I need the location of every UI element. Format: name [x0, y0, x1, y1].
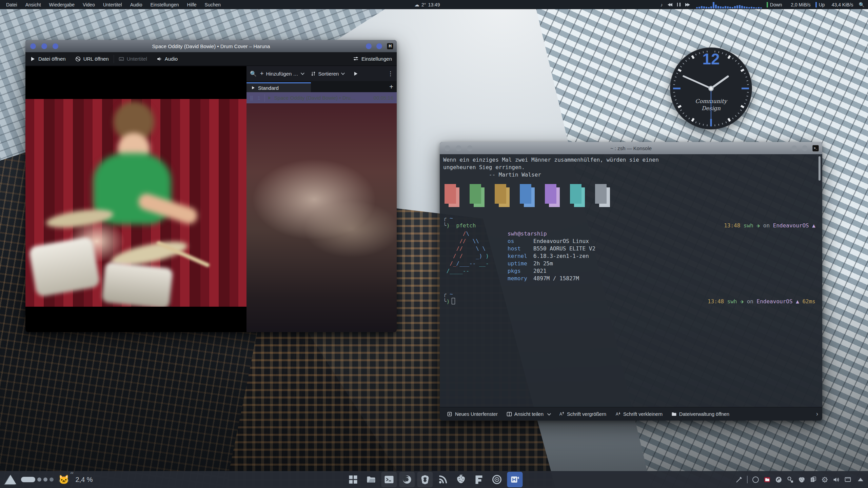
desktop-dot[interactable] [43, 477, 47, 482]
media-disc-icon[interactable] [489, 472, 505, 487]
playlist-add-button[interactable]: + Hinzufügen … [260, 70, 303, 77]
haruna-titlebar[interactable]: Space Oddity (David Bowie) • Drum Cover … [25, 40, 397, 52]
folder-sync-icon[interactable] [764, 476, 771, 483]
font-enlarge-button[interactable]: A Schrift vergrößern [555, 407, 610, 421]
color-picker-icon[interactable] [735, 476, 743, 483]
weather-widget[interactable]: ☁ 2° 13:49 [414, 2, 440, 8]
playlist-play-button[interactable] [353, 71, 358, 76]
zen-browser-icon[interactable] [399, 472, 415, 487]
record-circle-icon[interactable] [752, 476, 759, 483]
color-block-pair [570, 184, 586, 209]
keyboard-gear-icon[interactable]: K [821, 476, 828, 483]
video-frame [25, 99, 246, 307]
scrollbar-thumb[interactable] [818, 156, 821, 181]
subtitles-button[interactable]: Untertitel [114, 52, 152, 66]
playlist-sort-button[interactable]: Sortieren [311, 71, 344, 77]
desktop-dot[interactable] [37, 477, 41, 482]
window-button-2[interactable] [41, 43, 47, 49]
freetube-icon[interactable] [471, 472, 487, 487]
clock-digital[interactable]: 13:49 [428, 2, 440, 7]
analog-clock-widget[interactable]: 12 Community Design [670, 47, 752, 129]
sleeping-cat-cpu-icon[interactable]: 🐱ᶻᶻ [58, 474, 69, 485]
color-block-pair [470, 184, 486, 209]
leaf-icon: ⬗ [740, 298, 744, 305]
window-button-1[interactable] [445, 145, 450, 151]
media-pause-button[interactable] [677, 3, 680, 6]
haruna-taskbar-icon[interactable] [507, 472, 523, 487]
playlist-item-index: 1 [256, 95, 262, 101]
settings-button[interactable]: Einstellungen [348, 52, 397, 66]
endeavouros-ascii-logo: /\ // \\ // \ \ / / _) ) /_/___-- __- /_… [443, 230, 508, 282]
window-button-5[interactable] [376, 43, 382, 49]
window-button-4[interactable] [791, 145, 797, 151]
media-next-button[interactable] [685, 3, 690, 6]
ascii-logo-line: // \\ [443, 238, 508, 245]
audio-button[interactable]: Audio [152, 52, 182, 66]
strawberry-icon[interactable] [453, 472, 469, 487]
strawberry-tray-icon[interactable] [798, 476, 805, 483]
playlist-menu-button[interactable]: ⋮ [388, 70, 393, 77]
open-url-button[interactable]: URL öffnen [71, 52, 114, 66]
syncthing-icon[interactable] [775, 476, 782, 483]
split-view-button[interactable]: Ansicht teilen [503, 407, 553, 421]
terminal-scrollbar[interactable] [818, 156, 821, 405]
konsole-taskbar-icon[interactable] [381, 472, 397, 487]
visualizer-bar [736, 5, 738, 8]
playlist-tab-standard[interactable]: Standard [246, 82, 311, 92]
open-file-manager-button[interactable]: Dateiverwaltung öffnen [668, 407, 733, 421]
window-button-1[interactable] [30, 43, 36, 49]
active-desktop-pill[interactable] [21, 477, 35, 482]
terminal-output[interactable]: Wenn ein einziges Mal zwei Männer zusamm… [440, 154, 822, 407]
search-icon[interactable]: 🔍 [859, 2, 865, 7]
menu-untertitel[interactable]: Untertitel [100, 1, 125, 9]
prompt2-input-row[interactable]: ╰) 13:48 swh ⬗ on EndeavourOS ▲ 62ms [443, 298, 815, 305]
playlist-item-row[interactable]: ⣿ 1 Space Oddity (David Bowie) • Dru… 00… [246, 92, 397, 103]
system-tray: K [735, 476, 865, 483]
file-manager-icon[interactable] [363, 472, 379, 487]
menu-wiedergabe[interactable]: Wiedergabe [46, 1, 78, 9]
window-button-3[interactable] [467, 145, 473, 151]
menu-ansicht[interactable]: Ansicht [22, 1, 44, 9]
virtual-desktop-pager[interactable] [21, 477, 54, 482]
konsole-window-title: ~ : zsh — Konsole [440, 145, 822, 151]
color-block-pair [595, 184, 611, 209]
app-launcher-icon[interactable] [346, 472, 361, 487]
font-shrink-button[interactable]: A Schrift verkleinern [612, 407, 666, 421]
window-button-2[interactable] [456, 145, 461, 151]
volume-icon[interactable] [833, 476, 840, 483]
window-button-5[interactable] [802, 145, 808, 151]
playlist-new-tab-button[interactable]: + [389, 83, 393, 91]
menu-datei[interactable]: Datei [3, 1, 21, 9]
feed-reader-icon[interactable] [435, 472, 451, 487]
pfetch-row: pkgs2021 [508, 267, 595, 275]
desktop-dot[interactable] [50, 477, 54, 482]
media-previous-button[interactable] [668, 3, 672, 6]
playlist-search-button[interactable]: 🔍 [250, 70, 257, 77]
video-canvas[interactable] [25, 66, 246, 332]
drag-handle-icon[interactable]: ⣿ [250, 95, 254, 100]
window-button-4[interactable] [366, 43, 372, 49]
tray-expand-caret[interactable] [858, 478, 863, 481]
konsole-titlebar[interactable]: ~ : zsh — Konsole >_ [440, 142, 822, 154]
net-download[interactable]: Down 2,0 MiB/s [767, 2, 811, 7]
playlist-add-label: Hinzufügen … [266, 71, 298, 77]
new-tab-button[interactable]: Neues Unterfenster [444, 407, 501, 421]
menu-einstellungen[interactable]: Einstellungen [147, 1, 182, 9]
brave-browser-icon[interactable] [417, 472, 433, 487]
menu-hilfe[interactable]: Hilfe [184, 1, 200, 9]
visualizer-bar [760, 7, 762, 8]
window-button-3[interactable] [53, 43, 58, 49]
net-upload[interactable]: Up 43,4 KiB/s [815, 2, 853, 7]
menu-video[interactable]: Video [79, 1, 98, 9]
menu-audio[interactable]: Audio [127, 1, 146, 9]
open-file-button[interactable]: Datei öffnen [25, 52, 71, 66]
menu-suchen[interactable]: Suchen [201, 1, 224, 9]
clipboard-icon[interactable] [810, 476, 817, 483]
endeavouros-logo-icon[interactable] [5, 475, 16, 484]
display-icon[interactable] [844, 476, 851, 483]
clock-tick [673, 92, 675, 93]
keepassxc-icon[interactable] [787, 476, 794, 483]
clock-tick [707, 124, 708, 126]
toolbar-overflow-chevron[interactable]: › [816, 410, 818, 418]
second-hand [711, 88, 711, 125]
